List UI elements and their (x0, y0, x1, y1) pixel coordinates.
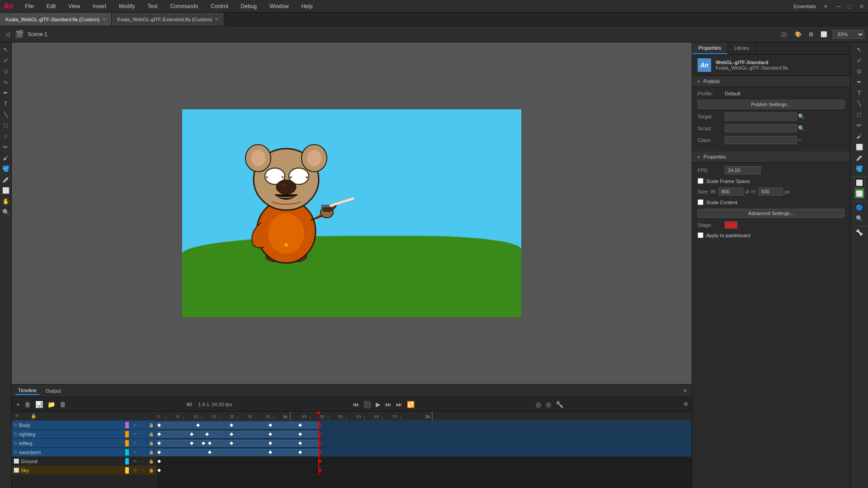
fill-color-tool[interactable]: ⬜ (854, 188, 864, 198)
text-tool[interactable]: T (1, 99, 11, 108)
layer-sky-eye[interactable]: 👁 (132, 467, 138, 474)
layer-leftleg[interactable]: ↻ leftleg 👁 □ 🔒 (12, 439, 156, 448)
eraser-tool[interactable]: ⬜ (1, 185, 11, 195)
paint-bucket-tool[interactable]: 🪣 (1, 164, 11, 174)
pen-tool[interactable]: ✒ (1, 88, 11, 98)
pencil-tool[interactable]: ✏ (1, 142, 11, 152)
layer-leftleg-eye[interactable]: 👁 (132, 440, 138, 446)
stage-view-tool[interactable]: ⬜ (819, 30, 829, 38)
properties-tab[interactable]: Properties (692, 42, 728, 54)
layer-sky-dot[interactable]: • (140, 467, 146, 474)
eyedrop-tool-right[interactable]: 💉 (854, 153, 864, 163)
layer-swordarm-eye[interactable]: 👁 (132, 449, 138, 455)
keyframe-track-swordarm[interactable] (156, 448, 692, 457)
menu-help[interactable]: Help (299, 2, 316, 10)
class-edit-icon[interactable]: ✏ (798, 137, 802, 143)
layer-body-outline[interactable]: □ (140, 422, 146, 428)
zoom-select[interactable]: 83% 100% 50% (833, 30, 864, 39)
add-layer-button[interactable]: + (15, 400, 21, 409)
node-tool[interactable]: ◇ (1, 66, 11, 76)
target-search-icon[interactable]: 🔍 (798, 113, 805, 120)
zoom-tool[interactable]: 🔍 (1, 207, 11, 217)
width-input[interactable] (718, 188, 743, 196)
workspace-label[interactable]: Essentials (793, 4, 816, 9)
close-button[interactable]: ✕ (859, 3, 864, 10)
advanced-settings-button[interactable]: Advanced Settings... (698, 209, 844, 218)
timeline-ruler[interactable]: 5 10 15 20 25 30 35 (156, 412, 692, 421)
layer-settings-button[interactable]: 📊 (34, 400, 44, 409)
keyframe-track-body[interactable] (156, 421, 692, 430)
workspace-dropdown-icon[interactable]: ▼ (823, 4, 828, 9)
layer-body-eye[interactable]: 👁 (132, 422, 138, 428)
layer-rightleg[interactable]: ↻ rightleg 👁 □ 🔒 (12, 430, 156, 439)
timeline-tab[interactable]: Timeline (15, 387, 39, 395)
keyframe-track-sky[interactable] (156, 466, 692, 475)
fps-input[interactable] (725, 166, 761, 174)
motion-tool[interactable]: 🔵 (854, 202, 864, 212)
step-back-button[interactable]: ⬛ (363, 400, 372, 409)
tab-file-2-close[interactable]: ✕ (215, 17, 218, 22)
tab-file-1-close[interactable]: ✕ (102, 17, 106, 22)
step-forward-button[interactable]: ⏭ (384, 400, 392, 409)
new-folder-button[interactable]: 📁 (47, 400, 56, 409)
layer-sky-lock[interactable]: 🔒 (148, 467, 154, 474)
selection-tool[interactable]: ↖ (1, 44, 11, 54)
layer-leftleg-outline[interactable]: □ (140, 440, 146, 446)
scale-content-checkbox[interactable] (698, 199, 703, 205)
ellipse-tool[interactable]: ○ (1, 131, 11, 141)
menu-view[interactable]: View (66, 2, 83, 10)
rect-tool[interactable]: □ (1, 120, 11, 130)
camera-tool[interactable]: 🎥 (779, 30, 789, 38)
publish-section-header[interactable]: Publish (692, 76, 850, 87)
script-input[interactable] (725, 124, 797, 132)
menu-insert[interactable]: Insert (90, 2, 109, 10)
layer-leftleg-lock[interactable]: 🔒 (148, 440, 154, 446)
onion-skin-button[interactable]: ◎ (535, 400, 542, 409)
layer-ground-lock[interactable]: 🔒 (148, 458, 154, 465)
layer-ground[interactable]: ⬜ Ground 👁 • 🔒 (12, 457, 156, 466)
scale-frame-spans-checkbox[interactable] (698, 178, 703, 184)
output-tab[interactable]: Output (43, 387, 63, 394)
menu-file[interactable]: File (22, 2, 36, 10)
menu-edit[interactable]: Edit (44, 2, 59, 10)
layer-swordarm-lock[interactable]: 🔒 (148, 449, 154, 455)
back-button[interactable]: ◁ (4, 30, 11, 38)
layer-ground-eye[interactable]: 👁 (132, 458, 138, 465)
select-tool-right[interactable]: ↖ (854, 44, 864, 54)
eraser-tool-right[interactable]: ⬜ (854, 142, 864, 152)
bone-tool[interactable]: 🦴 (854, 227, 864, 237)
keyframe-track-ground[interactable] (156, 457, 692, 466)
brush-tool[interactable]: 🖌 (1, 153, 11, 163)
keyframe-track-leftleg[interactable] (156, 439, 692, 448)
properties-section-header[interactable]: Properties (692, 151, 850, 163)
goto-end-button[interactable]: ⏭ (395, 400, 403, 409)
brush-tool-right[interactable]: 🖌 (854, 131, 864, 141)
publish-settings-button[interactable]: Publish Settings... (698, 100, 844, 109)
library-tab[interactable]: Library (728, 42, 756, 54)
rect-tool-right[interactable]: □ (854, 109, 864, 119)
onion-skin-outline-button[interactable]: ◎ (545, 400, 552, 409)
color-tool[interactable]: 🎨 (793, 30, 803, 38)
stage-area[interactable] (12, 42, 692, 384)
keyframe-track-rightleg[interactable] (156, 430, 692, 439)
link-dimensions-icon[interactable]: ⇄ (745, 188, 750, 195)
pencil-tool-right[interactable]: ✏ (854, 120, 864, 130)
lasso-tool-right[interactable]: ⊙ (854, 66, 864, 76)
goto-start-button[interactable]: ⏮ (352, 400, 360, 409)
text-tool-right[interactable]: T (854, 88, 864, 98)
magnify-tool[interactable]: 🔍 (854, 213, 864, 223)
timeline-collapse[interactable]: ▼ (682, 387, 688, 394)
class-input[interactable] (725, 136, 797, 144)
transform-tool[interactable]: ⤢ (1, 55, 11, 65)
maximize-button[interactable]: □ (848, 3, 852, 10)
pen-tool-right[interactable]: ✒ (854, 77, 864, 87)
menu-text[interactable]: Text (145, 2, 160, 10)
hand-tool[interactable]: ✋ (1, 196, 11, 206)
stage-color-swatch[interactable] (725, 221, 737, 229)
script-search-icon[interactable]: 🔍 (798, 125, 805, 131)
menu-window[interactable]: Window (267, 2, 292, 10)
snap-tool[interactable]: ⊞ (807, 30, 815, 38)
target-input[interactable] (725, 113, 797, 121)
line-tool-right[interactable]: ╲ (854, 99, 864, 108)
layer-rightleg-outline[interactable]: □ (140, 431, 146, 437)
